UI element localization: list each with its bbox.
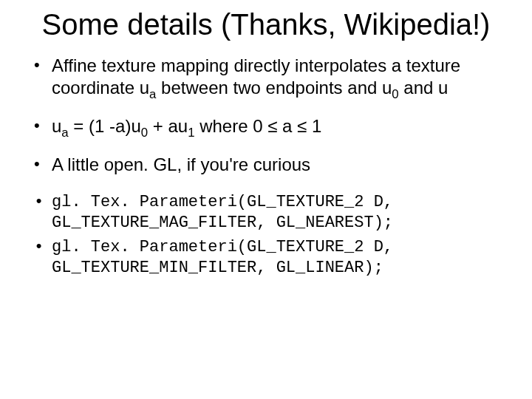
slide-body: Affine texture mapping directly interpol… [30, 55, 502, 278]
text: + au [148, 116, 188, 136]
subscript: a [61, 126, 68, 140]
bullet-code-mag: gl. Tex. Parameteri(GL_TEXTURE_2 D, GL_T… [30, 192, 502, 233]
text: between two endpoints and u [156, 78, 392, 98]
subscript: 0 [392, 87, 398, 101]
slide-title: Some details (Thanks, Wikipedia!) [30, 7, 502, 41]
subscript: 0 [141, 126, 148, 140]
bullet-opengl-intro: A little open. GL, if you're curious [30, 154, 502, 176]
bullet-code-min: gl. Tex. Parameteri(GL_TEXTURE_2 D, GL_T… [30, 237, 502, 278]
code-text: gl. Tex. Parameteri(GL_TEXTURE_2 D, GL_T… [52, 238, 393, 277]
bullet-affine: Affine texture mapping directly interpol… [30, 55, 502, 99]
bullet-formula: ua = (1 -a)u0 + au1 where 0 ≤ a ≤ 1 [30, 115, 502, 137]
slide: Some details (Thanks, Wikipedia!) Affine… [0, 0, 532, 399]
code-text: gl. Tex. Parameteri(GL_TEXTURE_2 D, GL_T… [52, 193, 393, 232]
text: and u [399, 78, 449, 98]
text: u [52, 116, 61, 136]
text: = (1 -a)u [69, 116, 141, 136]
text: where 0 ≤ a ≤ 1 [194, 116, 321, 136]
text: A little open. GL, if you're curious [52, 154, 310, 174]
